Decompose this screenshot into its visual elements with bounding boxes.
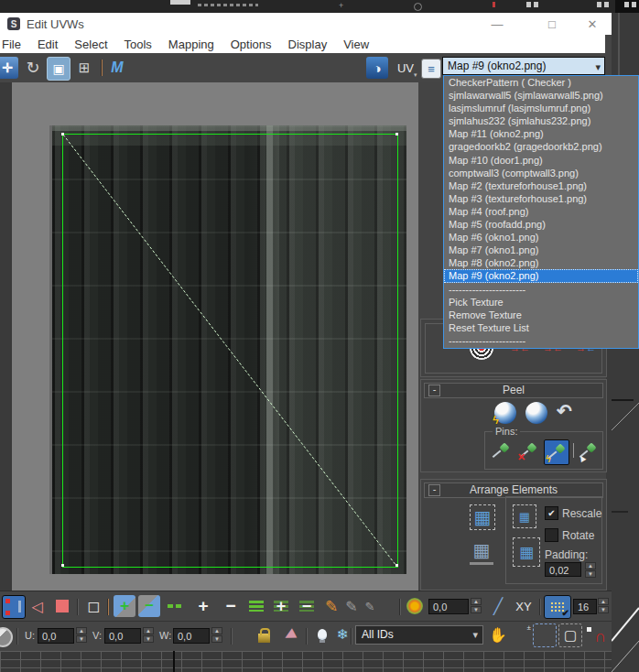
- zoom-icon[interactable]: ±: [509, 623, 531, 645]
- rotate-checkbox[interactable]: [545, 528, 558, 542]
- spin-down-icon[interactable]: ▼: [211, 635, 222, 643]
- grid-size-field[interactable]: 16: [573, 599, 597, 614]
- paint-small-icon[interactable]: ✎: [359, 595, 381, 617]
- menu-tools[interactable]: Tools: [116, 38, 160, 51]
- dropdown-item[interactable]: Map #2 (textureforhouse1.png): [444, 179, 638, 192]
- spin-down-icon[interactable]: ▼: [585, 570, 596, 578]
- spin-up-icon[interactable]: ▲: [471, 598, 482, 605]
- grid-size-spinner[interactable]: ▲▼: [598, 598, 609, 613]
- dropdown-item[interactable]: Map #7 (okno1.png): [444, 244, 638, 256]
- uv-vertex[interactable]: [61, 564, 64, 567]
- uv-editor-background[interactable]: [12, 82, 418, 591]
- spin-up-icon[interactable]: ▲: [598, 598, 609, 605]
- shrink-selection-icon[interactable]: −: [138, 595, 160, 617]
- dropdown-item[interactable]: comptwall3 (comptwall3.png): [444, 167, 638, 179]
- spin-down-icon[interactable]: ▼: [471, 606, 482, 613]
- dropdown-item-reset-texture-list[interactable]: Reset Texture List: [444, 321, 638, 334]
- pin-live-tool-icon[interactable]: ϟ: [544, 439, 569, 465]
- dropdown-item[interactable]: lasjmslumruf (lasjmslumruf.png): [444, 102, 638, 114]
- lock-selection-icon[interactable]: [253, 623, 275, 645]
- spin-up-icon[interactable]: ▲: [211, 627, 222, 634]
- soft-selection-spinner[interactable]: ▲▼: [471, 598, 482, 613]
- dropdown-item-selected[interactable]: Map #9 (okno2.png): [444, 269, 638, 282]
- material-id-combobox[interactable]: All IDs ▾: [355, 625, 483, 645]
- shrink-ring-icon[interactable]: −: [296, 595, 318, 617]
- zoom-extents-icon[interactable]: ▢: [558, 623, 582, 647]
- show-map-icon[interactable]: ◑: [366, 57, 388, 79]
- polygon-mode-icon[interactable]: [51, 595, 73, 617]
- pack-full-icon[interactable]: ▦: [513, 537, 540, 567]
- pan-hand-icon[interactable]: ✋: [487, 623, 509, 645]
- quick-peel-button[interactable]: ϟ: [494, 402, 516, 424]
- spin-up-icon[interactable]: ▲: [143, 627, 154, 634]
- u-field[interactable]: 0,0: [38, 628, 74, 644]
- grow-ring-icon[interactable]: +: [270, 595, 292, 617]
- menu-select[interactable]: Select: [66, 38, 115, 51]
- uv-vertex[interactable]: [395, 564, 398, 567]
- uv-vertex[interactable]: [61, 133, 64, 135]
- v-spinner[interactable]: ▲▼: [143, 627, 154, 643]
- pack-custom-icon[interactable]: ▦: [470, 538, 493, 565]
- uv-vertex[interactable]: [395, 133, 398, 135]
- spin-up-icon[interactable]: ▲: [585, 562, 596, 569]
- scale-tool-icon[interactable]: ▣: [47, 57, 70, 81]
- freeform-tool-icon[interactable]: ⊞: [73, 57, 95, 79]
- spin-down-icon[interactable]: ▼: [143, 635, 154, 643]
- menu-options[interactable]: Options: [222, 38, 280, 51]
- padding-field[interactable]: 0,02: [545, 562, 581, 577]
- dropdown-item[interactable]: Map #6 (okno1.png): [444, 231, 638, 244]
- w-field[interactable]: 0,0: [173, 628, 210, 644]
- spin-down-icon[interactable]: ▼: [76, 635, 87, 643]
- filter-selected-faces-icon[interactable]: ◀: [275, 620, 304, 649]
- menu-display[interactable]: Display: [280, 38, 336, 51]
- zoom-region-icon[interactable]: [533, 623, 557, 647]
- uv-diagonal-edge[interactable]: [52, 125, 406, 574]
- dropdown-item[interactable]: CheckerPattern ( Checker ): [444, 76, 638, 89]
- rotate-tool-icon[interactable]: ↻: [22, 57, 44, 79]
- select-edge-loop-icon[interactable]: [165, 595, 187, 617]
- padding-spinner[interactable]: ▲▼: [585, 562, 596, 578]
- soft-selection-field[interactable]: 0,0: [428, 599, 469, 614]
- dropdown-item[interactable]: Map #11 (okno2.png): [444, 127, 638, 140]
- pack-normalize-icon[interactable]: ▦: [470, 504, 495, 530]
- menu-view[interactable]: View: [335, 38, 377, 51]
- mirror-tool-icon[interactable]: M: [106, 57, 128, 79]
- dropdown-item[interactable]: sjmlawarwall5 (sjmlawarwall5.png): [444, 89, 638, 102]
- edge-distance-icon[interactable]: ╱: [487, 595, 509, 617]
- dropdown-item[interactable]: Map #4 (roof.png): [444, 205, 638, 218]
- dropdown-item[interactable]: Map #5 (roofadd.png): [444, 218, 638, 231]
- collapse-icon[interactable]: -: [428, 385, 440, 396]
- texture-combobox[interactable]: Map #9 (okno2.png) ▾: [442, 57, 605, 75]
- absolute-mode-icon[interactable]: [0, 627, 13, 647]
- w-spinner[interactable]: ▲▼: [211, 627, 222, 643]
- soft-selection-icon[interactable]: [404, 595, 426, 617]
- unpin-tool-icon[interactable]: ✕: [516, 439, 540, 463]
- snap-magnet-icon[interactable]: ∩: [590, 625, 612, 647]
- dropdown-item[interactable]: Map #10 (door1.png): [444, 154, 638, 167]
- grow-selection-icon[interactable]: +: [114, 595, 135, 617]
- close-button[interactable]: ✕: [579, 13, 606, 35]
- spin-up-icon[interactable]: ▲: [76, 627, 87, 634]
- element-mode-icon[interactable]: ◻: [82, 595, 104, 617]
- titlebar[interactable]: S Edit UVWs — □ ✕: [0, 13, 612, 35]
- xy-space-button[interactable]: XY: [510, 595, 537, 617]
- paint-select-icon[interactable]: ✎: [320, 595, 342, 617]
- spin-down-icon[interactable]: ▼: [598, 606, 609, 613]
- collapse-icon[interactable]: -: [428, 484, 440, 496]
- v-field[interactable]: 0,0: [104, 628, 141, 644]
- dropdown-item[interactable]: Map #3 (textureforhouse1.png): [444, 192, 638, 205]
- rescale-checkbox[interactable]: ✔: [545, 506, 558, 520]
- vertex-mode-icon[interactable]: [2, 595, 26, 619]
- shrink-loop-icon[interactable]: −: [220, 595, 242, 617]
- dropdown-item[interactable]: gragedoorkb2 (gragedoorkb2.png): [444, 140, 638, 153]
- u-spinner[interactable]: ▲▼: [76, 627, 87, 643]
- dropdown-item-pick-texture[interactable]: Pick Texture: [444, 296, 638, 309]
- pin-select-tool-icon[interactable]: ▲: [576, 439, 600, 463]
- snap-toggle-icon[interactable]: ✔: [544, 595, 571, 619]
- peel-rollout-header[interactable]: - Peel: [424, 383, 603, 398]
- peel-mode-button[interactable]: [525, 402, 547, 424]
- dropdown-item-remove-texture[interactable]: Remove Texture: [444, 309, 638, 321]
- move-tool-icon[interactable]: ✛: [0, 57, 18, 79]
- menu-edit[interactable]: Edit: [29, 38, 66, 51]
- dropdown-item[interactable]: Map #8 (okno2.png): [444, 256, 638, 269]
